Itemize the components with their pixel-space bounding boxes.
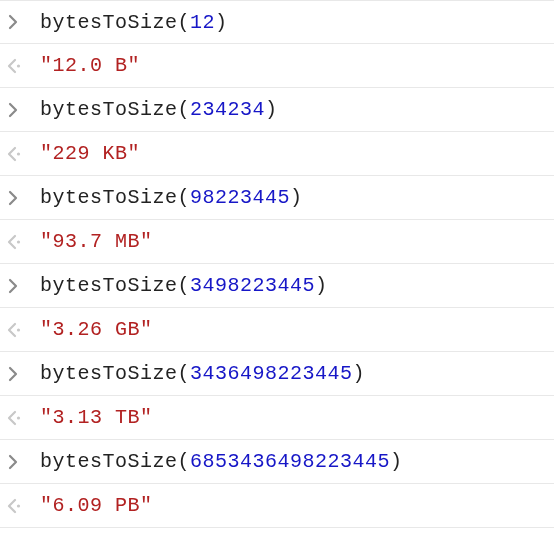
svg-point-0 (17, 64, 20, 67)
output-arrow-icon (6, 410, 40, 426)
output-arrow-icon (6, 58, 40, 74)
paren-open: ( (178, 362, 191, 385)
paren-close: ) (353, 362, 366, 385)
paren-close: ) (290, 186, 303, 209)
console-expression: bytesToSize(98223445) (40, 186, 303, 209)
svg-point-5 (17, 504, 20, 507)
console-output-row: "229 KB" (0, 132, 554, 176)
output-arrow-icon (6, 498, 40, 514)
input-chevron-icon (6, 14, 40, 30)
console-input-row: bytesToSize(6853436498223445) (0, 440, 554, 484)
paren-open: ( (178, 11, 191, 34)
paren-close: ) (390, 450, 403, 473)
fn-name: bytesToSize (40, 362, 178, 385)
result-string: 12.0 B (53, 54, 128, 77)
svg-point-2 (17, 240, 20, 243)
console-input-row: bytesToSize(234234) (0, 88, 554, 132)
result-string: 6.09 PB (53, 494, 141, 517)
argument: 98223445 (190, 186, 290, 209)
paren-close: ) (215, 11, 228, 34)
fn-name: bytesToSize (40, 11, 178, 34)
paren-open: ( (178, 450, 191, 473)
console-output-row: "12.0 B" (0, 44, 554, 88)
console-result: "6.09 PB" (40, 494, 153, 517)
console-result: "3.26 GB" (40, 318, 153, 341)
paren-open: ( (178, 274, 191, 297)
argument: 234234 (190, 98, 265, 121)
console-input-row: bytesToSize(3498223445) (0, 264, 554, 308)
output-arrow-icon (6, 322, 40, 338)
console-result: "12.0 B" (40, 54, 140, 77)
fn-name: bytesToSize (40, 274, 178, 297)
paren-open: ( (178, 186, 191, 209)
console-result: "229 KB" (40, 142, 140, 165)
input-chevron-icon (6, 366, 40, 382)
input-chevron-icon (6, 190, 40, 206)
console-expression: bytesToSize(6853436498223445) (40, 450, 403, 473)
output-arrow-icon (6, 234, 40, 250)
input-chevron-icon (6, 278, 40, 294)
svg-point-1 (17, 152, 20, 155)
fn-name: bytesToSize (40, 186, 178, 209)
console-expression: bytesToSize(12) (40, 11, 228, 34)
argument: 12 (190, 11, 215, 34)
console-result: "3.13 TB" (40, 406, 153, 429)
argument: 6853436498223445 (190, 450, 390, 473)
console-log: bytesToSize(12)"12.0 B"bytesToSize(23423… (0, 0, 554, 528)
console-input-row: bytesToSize(12) (0, 0, 554, 44)
svg-point-4 (17, 416, 20, 419)
console-output-row: "93.7 MB" (0, 220, 554, 264)
console-expression: bytesToSize(234234) (40, 98, 278, 121)
fn-name: bytesToSize (40, 98, 178, 121)
console-output-row: "3.13 TB" (0, 396, 554, 440)
fn-name: bytesToSize (40, 450, 178, 473)
console-expression: bytesToSize(3498223445) (40, 274, 328, 297)
console-expression: bytesToSize(3436498223445) (40, 362, 365, 385)
result-string: 3.13 TB (53, 406, 141, 429)
argument: 3498223445 (190, 274, 315, 297)
paren-close: ) (315, 274, 328, 297)
console-output-row: "3.26 GB" (0, 308, 554, 352)
paren-open: ( (178, 98, 191, 121)
svg-point-3 (17, 328, 20, 331)
output-arrow-icon (6, 146, 40, 162)
console-input-row: bytesToSize(3436498223445) (0, 352, 554, 396)
argument: 3436498223445 (190, 362, 353, 385)
console-output-row: "6.09 PB" (0, 484, 554, 528)
result-string: 3.26 GB (53, 318, 141, 341)
result-string: 229 KB (53, 142, 128, 165)
input-chevron-icon (6, 102, 40, 118)
paren-close: ) (265, 98, 278, 121)
console-input-row: bytesToSize(98223445) (0, 176, 554, 220)
input-chevron-icon (6, 454, 40, 470)
result-string: 93.7 MB (53, 230, 141, 253)
console-result: "93.7 MB" (40, 230, 153, 253)
